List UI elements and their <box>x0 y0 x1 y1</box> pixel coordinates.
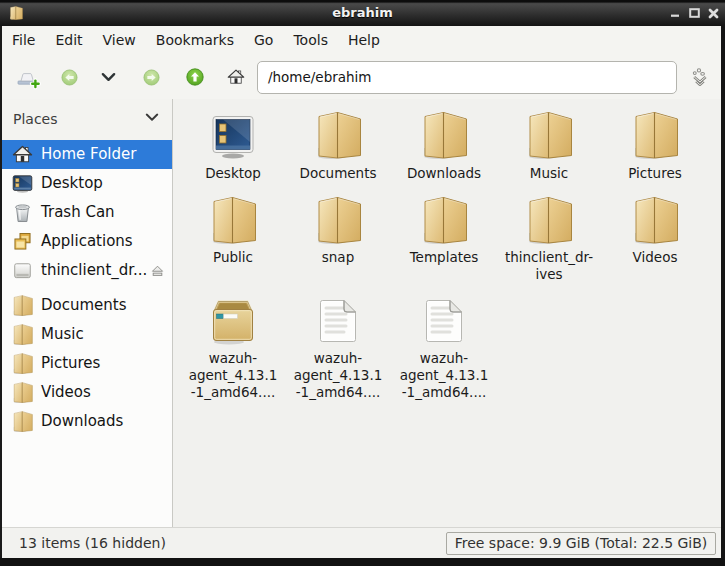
window-chrome: File Edit View Bookmarks Go Tools Help <box>2 26 721 558</box>
minimize-icon <box>670 8 680 18</box>
sidebar-item-pictures[interactable]: Pictures <box>2 349 172 378</box>
folder-icon <box>420 196 468 244</box>
places-collapse-chevron-icon[interactable] <box>145 113 159 122</box>
sidebar-item-label: Trash Can <box>41 198 115 227</box>
titlebar: ebrahim <box>0 0 725 26</box>
file-public[interactable] <box>183 196 283 244</box>
folder-icon <box>12 353 33 374</box>
address-bar-input[interactable]: /home/ebrahim <box>257 61 677 94</box>
folder-icon <box>631 111 679 159</box>
file-videos[interactable] <box>605 196 705 244</box>
menu-help[interactable]: Help <box>338 26 390 55</box>
maximize-button[interactable] <box>685 0 703 26</box>
window-border-right <box>721 26 725 566</box>
package-icon <box>209 297 257 345</box>
file-templates[interactable] <box>394 196 494 244</box>
history-dropdown-button[interactable] <box>94 55 122 99</box>
folder-icon <box>12 295 33 316</box>
file-pictures[interactable] <box>605 111 705 159</box>
file-wazuh-agent-package[interactable] <box>183 297 283 345</box>
free-space-text: Free space: 9.9 GiB (Total: 22.5 GiB) <box>446 532 716 555</box>
places-header-label: Places <box>13 99 58 140</box>
file-downloads[interactable] <box>394 111 494 159</box>
menu-tools[interactable]: Tools <box>283 26 338 55</box>
places-header[interactable]: Places <box>2 99 172 140</box>
home-icon <box>12 144 33 165</box>
home-icon <box>227 68 245 86</box>
sidebar-item-videos[interactable]: Videos <box>2 378 172 407</box>
menu-bookmarks[interactable]: Bookmarks <box>146 26 244 55</box>
minimize-button[interactable] <box>666 0 684 26</box>
statusbar: 13 items (16 hidden) Free space: 9.9 GiB… <box>2 527 721 558</box>
folder-icon <box>525 111 573 159</box>
file-label[interactable]: wazuh-agent_4.13.1-1_amd64.... <box>394 350 494 401</box>
sidebar-item-label: Pictures <box>41 349 100 378</box>
file-label[interactable]: snap <box>288 249 388 266</box>
file-documents[interactable] <box>288 111 388 159</box>
folder-icon <box>12 382 33 403</box>
new-tab-button[interactable] <box>12 55 44 99</box>
file-label[interactable]: Videos <box>605 249 705 266</box>
menu-edit[interactable]: Edit <box>45 26 92 55</box>
sidebar-item-applications[interactable]: Applications <box>2 227 172 256</box>
places-sidebar: Places Home Folder Desktop Trash Can <box>2 99 172 527</box>
sidebar-item-label: Documents <box>41 291 127 320</box>
file-snap[interactable] <box>288 196 388 244</box>
close-button[interactable] <box>704 0 722 26</box>
file-music[interactable] <box>499 111 599 159</box>
file-label[interactable]: wazuh-agent_4.13.1-1_amd64.... <box>183 350 283 401</box>
toolbar: /home/ebrahim <box>2 55 721 99</box>
sidebar-item-label: Applications <box>41 227 133 256</box>
folder-icon <box>314 196 362 244</box>
file-desktop[interactable] <box>183 111 283 159</box>
file-label[interactable]: Templates <box>394 249 494 266</box>
window-border-left <box>0 26 2 558</box>
folder-icon <box>420 111 468 159</box>
eject-icon[interactable] <box>150 263 165 278</box>
file-label[interactable]: Public <box>183 249 283 266</box>
file-wazuh-agent-doc-2[interactable] <box>394 297 494 345</box>
jump-to-icon <box>690 67 711 88</box>
home-button[interactable] <box>220 55 252 99</box>
file-label[interactable]: Downloads <box>394 165 494 182</box>
sidebar-item-label: Music <box>41 320 84 349</box>
sidebar-item-trash-can[interactable]: Trash Can <box>2 198 172 227</box>
file-thinclient-drives[interactable] <box>499 196 599 244</box>
menu-go[interactable]: Go <box>244 26 283 55</box>
sidebar-item-music[interactable]: Music <box>2 320 172 349</box>
folder-icon <box>12 324 33 345</box>
file-icon-view: Desktop Documents Downloads Music Pictur… <box>173 99 721 527</box>
main-area: Places Home Folder Desktop Trash Can <box>2 99 721 527</box>
file-label[interactable]: wazuh-agent_4.13.1-1_amd64.... <box>288 350 388 401</box>
file-label[interactable]: Music <box>499 165 599 182</box>
back-icon <box>61 69 78 86</box>
sidebar-item-home-folder[interactable]: Home Folder <box>2 140 172 169</box>
file-label[interactable]: Pictures <box>605 165 705 182</box>
window-border-bottom <box>0 558 725 566</box>
document-icon <box>314 297 362 345</box>
jump-to-button[interactable] <box>686 61 714 94</box>
back-button[interactable] <box>53 55 85 99</box>
sidebar-item-downloads[interactable]: Downloads <box>2 407 172 436</box>
applications-icon <box>12 231 33 252</box>
window-title: ebrahim <box>0 0 725 25</box>
menu-view[interactable]: View <box>93 26 146 55</box>
file-label[interactable]: Desktop <box>183 165 283 182</box>
sidebar-item-desktop[interactable]: Desktop <box>2 169 172 198</box>
menu-file[interactable]: File <box>2 26 45 55</box>
trash-icon <box>12 202 33 223</box>
file-label[interactable]: thinclient_dr-ives <box>499 249 599 283</box>
drive-icon <box>12 260 33 281</box>
sidebar-item-documents[interactable]: Documents <box>2 291 172 320</box>
sidebar-item-label: Downloads <box>41 407 123 436</box>
file-label[interactable]: Documents <box>288 165 388 182</box>
folder-icon <box>525 196 573 244</box>
file-wazuh-agent-doc-1[interactable] <box>288 297 388 345</box>
sidebar-item-thinclient-drives[interactable]: thinclient_dr... <box>2 256 172 285</box>
close-icon <box>708 8 719 19</box>
up-button[interactable] <box>179 55 211 99</box>
document-icon <box>420 297 468 345</box>
forward-button[interactable] <box>135 55 167 99</box>
new-tab-icon <box>15 64 41 90</box>
chevron-down-icon <box>101 72 116 82</box>
